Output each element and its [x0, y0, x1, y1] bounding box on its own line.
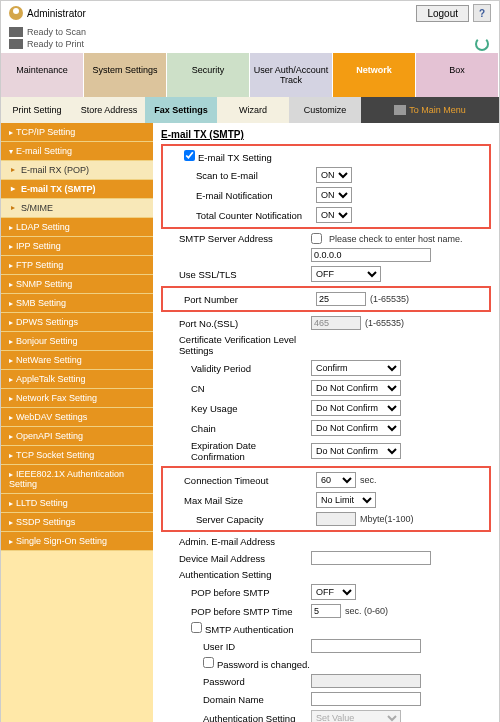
sidebar-appletalk[interactable]: AppleTalk Setting: [1, 370, 153, 389]
sidebar-smime[interactable]: S/MIME: [1, 199, 153, 218]
validity-select[interactable]: Confirm: [311, 360, 401, 376]
key-usage-label: Key Usage: [161, 403, 311, 414]
sidebar-smb[interactable]: SMB Setting: [1, 294, 153, 313]
auth-set-select: Set Value: [311, 710, 401, 722]
sidebar-bonjour[interactable]: Bonjour Setting: [1, 332, 153, 351]
validity-label: Validity Period: [161, 363, 311, 374]
email-notif-select[interactable]: ON: [316, 187, 352, 203]
subtab-print[interactable]: Print Setting: [1, 97, 73, 123]
auth-set-label: Authentication Setting: [161, 713, 311, 723]
user-id-field[interactable]: [311, 639, 421, 653]
tab-network[interactable]: Network: [333, 53, 416, 97]
menu-icon: [394, 105, 406, 115]
status-print: Ready to Print: [9, 39, 491, 49]
sidebar-netware[interactable]: NetWare Setting: [1, 351, 153, 370]
max-mail-label: Max Mail Size: [166, 495, 316, 506]
help-icon[interactable]: ?: [473, 4, 491, 22]
scanner-icon: [9, 27, 23, 37]
email-tx-checkbox[interactable]: [184, 150, 195, 161]
chain-label: Chain: [161, 423, 311, 434]
sidebar-ldap[interactable]: LDAP Setting: [1, 218, 153, 237]
status-scan: Ready to Scan: [9, 27, 491, 37]
pwd-changed-check[interactable]: [203, 657, 214, 668]
device-email-field[interactable]: [311, 551, 431, 565]
sidebar-email[interactable]: E-mail Setting: [1, 142, 153, 161]
pwd-label: Password: [161, 676, 311, 687]
sidebar-dpws[interactable]: DPWS Settings: [1, 313, 153, 332]
pwd-field: [311, 674, 421, 688]
subtab-customize[interactable]: Customize: [289, 97, 361, 123]
smtp-host-field[interactable]: [311, 248, 431, 262]
srv-cap-field: [316, 512, 356, 526]
admin-email-label: Admin. E-mail Address: [161, 536, 311, 547]
admin-icon: [9, 6, 23, 20]
user-id-label: User ID: [161, 641, 311, 652]
port-num-label: Port Number: [166, 294, 316, 305]
sidebar-lltd[interactable]: LLTD Setting: [1, 494, 153, 513]
cert-level-label: Certificate Verification Level Settings: [161, 334, 311, 356]
logout-button[interactable]: Logout: [416, 5, 469, 22]
use-ssl-select[interactable]: OFF: [311, 266, 381, 282]
total-counter-label: Total Counter Notification: [166, 210, 316, 221]
tab-box[interactable]: Box: [416, 53, 499, 97]
tab-user-auth[interactable]: User Auth/Account Track: [250, 53, 333, 97]
sidebar-snmp[interactable]: SNMP Setting: [1, 275, 153, 294]
sidebar-networkfax[interactable]: Network Fax Setting: [1, 389, 153, 408]
admin-label: Administrator: [27, 8, 86, 19]
printer-icon: [9, 39, 23, 49]
scan-email-select[interactable]: ON: [316, 167, 352, 183]
pop-time-label: POP before SMTP Time: [161, 606, 311, 617]
smtp-addr-label: SMTP Server Address: [161, 233, 311, 244]
cn-label: CN: [161, 383, 311, 394]
scan-email-label: Scan to E-mail: [166, 170, 316, 181]
sidebar-tcpip[interactable]: TCP/IP Setting: [1, 123, 153, 142]
total-counter-select[interactable]: ON: [316, 207, 352, 223]
sidebar-webdav[interactable]: WebDAV Settings: [1, 408, 153, 427]
cn-select[interactable]: Do Not Confirm: [311, 380, 401, 396]
email-notif-label: E-mail Notification: [166, 190, 316, 201]
tab-maintenance[interactable]: Maintenance: [1, 53, 84, 97]
key-usage-select[interactable]: Do Not Confirm: [311, 400, 401, 416]
subtab-main-menu[interactable]: To Main Menu: [361, 97, 499, 123]
pop-before-select[interactable]: OFF: [311, 584, 356, 600]
sidebar-ieee8021x[interactable]: IEEE802.1X Authentication Setting: [1, 465, 153, 494]
port-ssl-field: [311, 316, 361, 330]
tab-security[interactable]: Security: [167, 53, 250, 97]
exp-date-select[interactable]: Do Not Confirm: [311, 443, 401, 459]
chain-select[interactable]: Do Not Confirm: [311, 420, 401, 436]
sidebar-ssdp[interactable]: SSDP Settings: [1, 513, 153, 532]
content-title: E-mail TX (SMTP): [161, 129, 491, 140]
sidebar-openapi[interactable]: OpenAPI Setting: [1, 427, 153, 446]
auth-setting-label: Authentication Setting: [161, 569, 311, 580]
max-mail-select[interactable]: No Limit: [316, 492, 376, 508]
refresh-icon[interactable]: [475, 37, 489, 51]
sidebar-email-tx[interactable]: E-mail TX (SMTP): [1, 180, 153, 199]
use-ssl-label: Use SSL/TLS: [161, 269, 311, 280]
sidebar-ipp[interactable]: IPP Setting: [1, 237, 153, 256]
sidebar-email-rx[interactable]: E-mail RX (POP): [1, 161, 153, 180]
tab-system-settings[interactable]: System Settings: [84, 53, 167, 97]
device-email-label: Device Mail Address: [161, 553, 311, 564]
sidebar-tcpsocket[interactable]: TCP Socket Setting: [1, 446, 153, 465]
exp-date-label: Expiration Date Confirmation: [161, 440, 311, 462]
subtab-fax[interactable]: Fax Settings: [145, 97, 217, 123]
domain-label: Domain Name: [161, 694, 311, 705]
sidebar-ftp[interactable]: FTP Setting: [1, 256, 153, 275]
conn-timeout-select[interactable]: 60: [316, 472, 356, 488]
subtab-wizard[interactable]: Wizard: [217, 97, 289, 123]
srv-cap-label: Server Capacity: [166, 514, 316, 525]
host-check[interactable]: [311, 233, 322, 244]
conn-timeout-label: Connection Timeout: [166, 475, 316, 486]
domain-field[interactable]: [311, 692, 421, 706]
subtab-store[interactable]: Store Address: [73, 97, 145, 123]
port-ssl-label: Port No.(SSL): [161, 318, 311, 329]
pop-time-field[interactable]: [311, 604, 341, 618]
smtp-auth-check[interactable]: [191, 622, 202, 633]
port-num-field[interactable]: [316, 292, 366, 306]
pop-before-label: POP before SMTP: [161, 587, 311, 598]
sidebar-sso[interactable]: Single Sign-On Setting: [1, 532, 153, 551]
